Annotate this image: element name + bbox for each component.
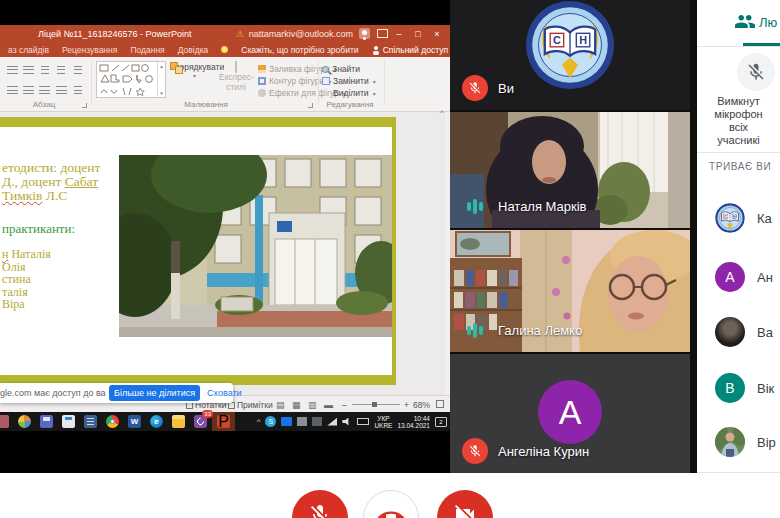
drawing-dialog-launcher-icon[interactable] [308, 103, 313, 108]
participant-row[interactable]: Ва [715, 317, 773, 347]
comments-button[interactable]: Примітки [228, 400, 273, 410]
speaker-icon[interactable] [342, 418, 352, 426]
video-tile-natalia-markiv[interactable]: Наталя Марків [450, 112, 690, 228]
fit-to-window-icon[interactable] [436, 400, 444, 408]
close-button[interactable]: × [429, 29, 445, 39]
hyperlink-text[interactable]: Сабат [65, 174, 98, 189]
microphone-toggle-button[interactable] [292, 490, 348, 518]
camera-toggle-button[interactable] [437, 490, 493, 518]
tray-icon[interactable] [312, 417, 322, 426]
participant-row[interactable]: Вір [715, 427, 776, 457]
ribbon-display-options-icon[interactable] [377, 29, 388, 38]
shapes-gallery[interactable]: ▴ ▾ [96, 61, 166, 98]
onedrive-tray-icon[interactable] [281, 417, 292, 426]
video-tile-anhelina-kuryn[interactable]: А Ангеліна Курин [450, 354, 690, 473]
normal-view-icon[interactable]: ▤ [276, 400, 285, 410]
paragraph-alignment-icons[interactable] [4, 64, 86, 96]
line-spacing-icon[interactable] [74, 66, 82, 74]
end-call-button[interactable] [363, 490, 419, 518]
shape-fill-label: Заливка фігури [269, 64, 330, 74]
tab-help[interactable]: Довідка [178, 45, 209, 55]
keyboard-icon[interactable] [357, 418, 369, 425]
share-button[interactable]: Спільний доступ [373, 45, 448, 55]
zoom-slider[interactable] [352, 404, 400, 405]
clock[interactable]: 10:4413.04.2021 [397, 415, 430, 429]
scroll-up-icon[interactable]: ▴ [160, 63, 163, 69]
mute-all-button[interactable] [737, 53, 775, 91]
minimize-button[interactable]: – [391, 29, 407, 39]
columns-icon[interactable] [74, 86, 82, 94]
taskbar-app-icon[interactable] [0, 415, 9, 428]
participant-row[interactable]: А Ва Ан [715, 262, 773, 292]
participant-row[interactable]: Ка [715, 203, 772, 233]
select-button[interactable]: Виділити ▾ [322, 87, 380, 99]
account-email[interactable]: nattamarkiv@outlook.com [249, 29, 353, 39]
align-center-icon[interactable] [23, 86, 34, 94]
action-center-icon[interactable]: 2 [435, 417, 447, 427]
zoom-in-button[interactable]: + [404, 400, 409, 410]
bullets-icon[interactable] [7, 66, 18, 74]
slide-editing-area[interactable]: ^ етодисти: доцент Д., доцент Сабат Тимк… [0, 112, 450, 395]
file-explorer-icon[interactable] [172, 415, 185, 428]
align-right-icon[interactable] [39, 86, 50, 94]
tray-icon[interactable] [297, 417, 307, 426]
powerpoint-icon[interactable]: P [217, 415, 230, 428]
scroll-down-icon[interactable]: ▾ [160, 90, 163, 96]
tray-expand-icon[interactable]: ^ [257, 417, 261, 426]
indent-increase-icon[interactable] [57, 66, 65, 74]
replace-button[interactable]: Замінити ▾ [322, 75, 380, 87]
save-app-icon[interactable] [40, 415, 53, 428]
participant-row[interactable]: В Вік [715, 373, 774, 403]
slide-canvas[interactable]: етодисти: доцент Д., доцент Сабат Тимків… [0, 117, 396, 385]
stop-sharing-button[interactable]: Більше не ділитися [109, 385, 200, 401]
group-label-editing: Редагування [318, 100, 382, 109]
chrome-icon[interactable] [106, 415, 119, 428]
zoom-out-button[interactable]: – [342, 400, 347, 410]
shape-thumbnails-icon [97, 62, 155, 97]
tab-slideshow[interactable]: аз слайдів [8, 45, 49, 55]
shapes-gallery-scrollbar[interactable]: ▴ ▾ [157, 62, 165, 97]
word-icon[interactable]: W [128, 415, 141, 428]
speaking-indicator-icon [462, 193, 488, 219]
active-app-highlight[interactable]: P [212, 412, 235, 431]
calculator-icon[interactable] [84, 415, 97, 428]
language-indicator[interactable]: УКРUKRE [374, 415, 392, 429]
slide-sorter-icon[interactable]: ▦ [292, 400, 301, 410]
justify-icon[interactable] [56, 86, 67, 94]
skype-tray-icon[interactable]: S [265, 416, 276, 427]
collapse-ribbon-icon[interactable]: ^ [440, 108, 444, 117]
zoom-slider-thumb[interactable] [372, 402, 377, 407]
mic-off-icon [308, 503, 332, 518]
slideshow-view-icon[interactable]: ▬ [324, 400, 333, 410]
video-tile-halyna-lemko[interactable]: Галина Лемко [450, 230, 690, 352]
paragraph-dialog-launcher-icon[interactable] [82, 103, 87, 108]
quick-styles-button[interactable]: Експрес- стилі [219, 62, 253, 92]
mic-muted-icon [462, 438, 488, 464]
zoom-level[interactable]: 68% [413, 400, 430, 410]
tell-me-box[interactable]: Скажіть, що потрібно зробити [241, 45, 358, 55]
video-tile-self[interactable]: Ви [450, 0, 690, 110]
reading-view-icon[interactable]: ▥ [308, 400, 317, 410]
indent-decrease-icon[interactable] [41, 66, 49, 74]
arrange-button[interactable]: Упорядкувати ▾ [170, 62, 218, 79]
chevron-down-icon: ▾ [373, 78, 376, 85]
tab-people[interactable]: Лю [759, 15, 777, 30]
account-avatar-icon[interactable] [359, 28, 370, 39]
network-icon[interactable] [327, 418, 337, 426]
microsoft-store-icon[interactable] [62, 415, 75, 428]
participant-name: Ва [757, 325, 773, 340]
align-left-icon[interactable] [7, 86, 18, 94]
restore-button[interactable]: □ [410, 29, 426, 39]
find-button[interactable]: Знайти [322, 63, 380, 75]
tab-view[interactable]: Подання [130, 45, 164, 55]
school-building-photo [119, 155, 392, 337]
taskbar-app-icon[interactable] [18, 415, 31, 428]
viber-icon[interactable]: 33 [194, 415, 207, 428]
numbering-icon[interactable] [23, 66, 34, 74]
group-label-drawing: Малювання [96, 100, 316, 109]
edge-icon[interactable]: e [150, 415, 163, 428]
tab-review[interactable]: Рецензування [62, 45, 117, 55]
mute-all-label: Вимкнут мікрофон всіх учасникі [697, 95, 780, 147]
shared-screen-presentation[interactable]: Ліцей №11_1618246576 - PowerPoint ⚠ natt… [0, 0, 450, 473]
hide-banner-link[interactable]: Сховати [207, 388, 242, 398]
